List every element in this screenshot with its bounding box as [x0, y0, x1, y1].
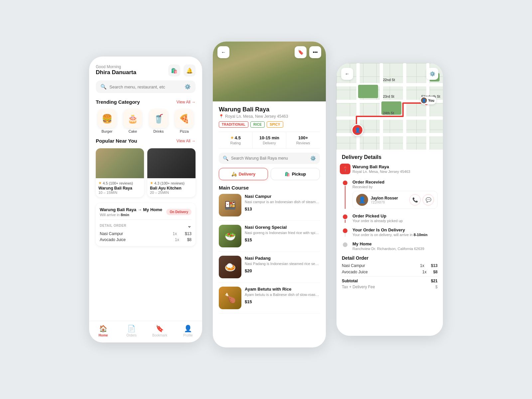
filter-icon[interactable]: ⚙️ [185, 84, 191, 90]
burger-label: Burger [101, 129, 112, 133]
delivery-tracking-screen: 22nd St 23rd St Elizabeth St 24th St 👤 Y… [336, 63, 443, 336]
category-pizza[interactable]: 🍕 Pizza [173, 109, 196, 133]
popular-item-1[interactable]: ★ 4.3 (100+ reviews) Bali Ayu Kitchen 20… [147, 148, 196, 197]
tl-title-picked: Order Picked Up [352, 213, 438, 218]
menu-item-2[interactable]: 🍛 Nasi Padang Nasi Padang is Indonesian … [219, 256, 320, 283]
tl-dot-home [343, 242, 347, 247]
drinks-label: Drinks [153, 129, 164, 133]
tl-subtitle-picked: Your order is already picked up [352, 219, 438, 223]
tl-dot-restaurant: 📍 [340, 164, 350, 174]
bottom-nav: 🏠 Home 📄 Orders 🔖 Bookmark 👤 Profile [89, 321, 202, 342]
popular-name-0: Warung Bali Raya [98, 186, 141, 191]
drinks-icon: 🥤 [149, 109, 168, 128]
order-item-name-0: Nasi Campur [100, 231, 123, 236]
notification-icon-button[interactable]: 🔔 [184, 65, 196, 76]
tl-dot-received [343, 181, 347, 185]
menu-image-1: 🥗 [219, 225, 241, 247]
popular-name-1: Bali Ayu Kitchen [150, 186, 193, 191]
menu-item-0[interactable]: 🍱 Nasi Campur Nasi campur is an Indonesi… [219, 194, 320, 221]
call-driver-button[interactable]: 📞 [409, 194, 421, 205]
popular-view-all[interactable]: View All → [177, 139, 196, 143]
search-input[interactable] [109, 84, 182, 89]
pizza-icon: 🍕 [175, 109, 194, 128]
order-card: Warung Bali Raya → My Home Will arrive i… [96, 203, 196, 246]
category-cake[interactable]: 🎂 Cake [122, 109, 144, 133]
nav-orders[interactable]: 📄 Orders [117, 325, 146, 337]
menu-desc-2: Nasi Padang is Indonesian steamed rice s… [245, 261, 320, 266]
menu-name-1: Nasi Goreng Special [245, 225, 320, 230]
menu-search-input[interactable] [231, 156, 308, 161]
popular-item-0[interactable]: ★ 4.5 (100+ reviews) Warung Bali Raya 10… [96, 148, 144, 197]
tl-title-received: Order Recevied [352, 180, 438, 185]
location-icon: 📍 [219, 114, 224, 119]
detail-order-section: Detail Order Nasi Campur 1x $13 Avocado … [342, 255, 438, 289]
driver-card: 👤 Jaylon Rosser 7ZDX878 📞 💬 [352, 191, 438, 209]
restaurant-tags: TRADITIONAL RICE SPICY [219, 121, 320, 128]
detail-item-name-1: Avocado Juice [342, 270, 368, 274]
detail-order-toggle[interactable]: DETAIL ORDER ⌄ [100, 219, 192, 229]
map-settings-button[interactable]: ⚙️ [426, 68, 438, 80]
delivery-tab[interactable]: 🛵 Delivery [219, 168, 268, 180]
category-burger[interactable]: 🍔 Burger [96, 109, 118, 133]
detail-order-title: Detail Order [342, 255, 438, 261]
menu-item-1[interactable]: 🥗 Nasi Goreng Special Nasi goreng is Ind… [219, 225, 320, 252]
tl-subtitle-home: Ranchview Dr. Richardson, California 626… [352, 247, 438, 251]
more-button[interactable]: ••• [309, 46, 321, 58]
profile-nav-icon: 👤 [184, 325, 192, 332]
order-item-price-1: $8 [187, 237, 192, 242]
cake-label: Cake [128, 129, 137, 133]
chevron-down-icon: ⌄ [187, 222, 192, 229]
star-icon-1: ★ [150, 181, 153, 185]
order-item-qty-1: 1x [175, 237, 179, 242]
tl-item-on-delivery: Your Order Is On Delivery Your order is … [342, 227, 438, 237]
order-route: Warung Bali Raya → My Home [100, 207, 162, 212]
orders-nav-icon: 📄 [127, 325, 136, 332]
restaurant-address: 📍 Royal Ln. Mesa, New Jersey 45463 [219, 114, 320, 119]
search-icon: 🔍 [100, 84, 107, 90]
menu-name-2: Nasi Padang [245, 256, 320, 261]
order-item-qty-0: 1x [173, 231, 177, 236]
tl-subtitle-on-delivery: Your order is on delivery, will arrive i… [352, 233, 438, 237]
trending-view-all[interactable]: View All → [177, 100, 196, 104]
orders-nav-label: Orders [126, 333, 137, 337]
driver-name: Jaylon Rosser [371, 196, 407, 200]
tag-spicy: SPICY [267, 121, 283, 128]
tl-item-home: My Home Ranchview Dr. Richardson, Califo… [342, 241, 438, 251]
popular-time-1: 20 – 25MIN [150, 191, 193, 195]
pickup-icon: 🛍️ [285, 172, 290, 177]
pizza-label: Pizza [180, 129, 189, 133]
stat-reviews: 100+ Reviews [286, 132, 320, 148]
detail-item-name-0: Nasi Campur [342, 263, 365, 268]
burger-icon: 🍔 [98, 109, 116, 128]
delivery-time-val: 10-15 min [259, 135, 279, 140]
stat-delivery: 10-15 min Delivery [252, 132, 286, 148]
tl-item-received: Order Recevied Recevied by 👤 Jaylon Ross… [342, 180, 438, 209]
map-label-24th: 24th St [383, 111, 394, 115]
menu-section-title: Main Course [219, 185, 320, 191]
fee-val: $ [435, 285, 438, 289]
restaurant-stats: ★ 4.5 Rating 10-15 min Delivery 100+ Rev… [219, 132, 320, 149]
pickup-tab[interactable]: 🛍️ Pickup [271, 168, 320, 180]
categories-list: 🍔 Burger 🎂 Cake 🥤 Drinks 🍕 Pizza [89, 107, 202, 136]
nav-profile[interactable]: 👤 Profile [174, 325, 202, 337]
menu-item-3[interactable]: 🍗 Ayam Betutu with Rice Ayam betutu is a… [219, 287, 320, 314]
filter-icon[interactable]: ⚙️ [310, 156, 316, 161]
bag-icon-button[interactable]: 🛍️ [168, 65, 180, 76]
menu-price-3: $15 [245, 299, 320, 304]
map-back-button[interactable]: ← [341, 68, 353, 80]
bookmark-button[interactable]: 🔖 [295, 46, 307, 58]
greeting-text: Good Morning [96, 65, 136, 69]
category-drinks[interactable]: 🥤 Drinks [147, 109, 170, 133]
restaurant-hero: ← 🔖 ••• [213, 42, 326, 101]
nav-bookmark[interactable]: 🔖 Bookmark [146, 325, 174, 337]
driver-pin: 👤 [351, 124, 363, 136]
fee-label: Tax + Delivery Fee [342, 285, 375, 289]
nav-home[interactable]: 🏠 Home [89, 325, 117, 337]
delivery-timeline: 📍 Warung Bali Raya Royal Ln. Mesa, New J… [342, 164, 438, 251]
home-screen: Good Morning Dhira Danuarta 🛍️ 🔔 🔍 ⚙️ Tr… [89, 57, 202, 342]
message-driver-button[interactable]: 💬 [423, 194, 434, 205]
tl-subtitle-restaurant: Royal Ln. Mesa, New Jersey 45463 [352, 170, 438, 174]
back-button[interactable]: ← [217, 46, 229, 58]
detail-row-0: Nasi Campur 1x $13 [342, 263, 438, 268]
home-nav-label: Home [99, 333, 108, 337]
